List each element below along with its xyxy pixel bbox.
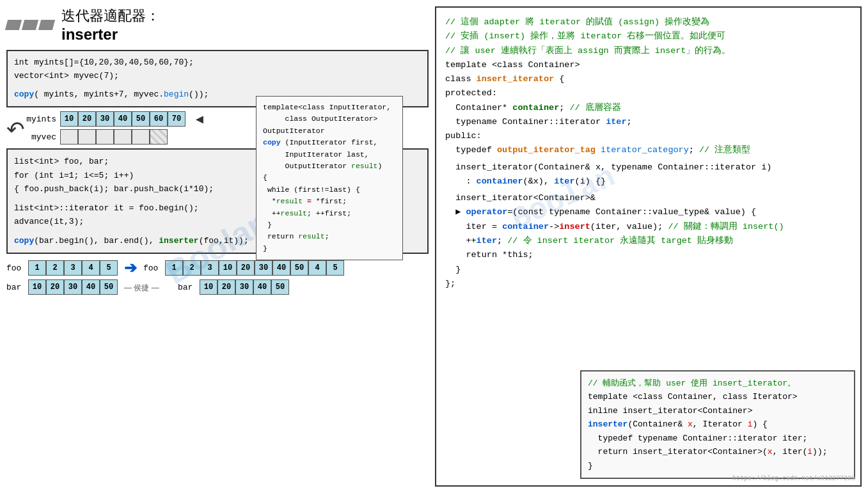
fa-9: 5 [326,260,344,276]
fa-2: 3 [201,260,219,276]
myvec-cell-2 [96,129,114,145]
popup-line9: *result = *first; [263,196,396,207]
header: 迭代器適配器： inserter [6,6,429,43]
myvec-cell-0 [60,129,78,145]
popup-line6: OutputIterator result) [263,160,396,172]
spacer1 [14,83,421,88]
icon-bar-2 [22,20,38,30]
rp-comment2: // 安插 (insert) 操作，並將 iterator 右移一個位置。如此便… [445,29,851,43]
jie-label: — 侯捷 — [124,281,175,293]
fb-0: 1 [28,260,46,276]
bar-after-label: bar [178,283,197,292]
bb-1: 20 [46,279,64,295]
myints-cell-0: 10 [60,111,78,127]
header-title-text: 迭代器適配器： [61,8,160,24]
right-arrow-icon: ◄ [193,112,206,127]
rp-ctor1: insert_iterator(Container& x, typename C… [445,160,851,175]
popup-line10: ++result; ++first; [263,208,396,219]
right-bottom-popup: // 輔助函式，幫助 user 使用 insert_iterator。 temp… [580,370,855,479]
fa-1: 2 [183,260,201,276]
fa-5: 30 [255,260,272,276]
foo-after-label: foo [143,263,162,273]
rpop-line1: template <class Container, class Iterato… [588,390,848,403]
rpop-line6: } [588,459,848,473]
bb-2: 30 [64,279,82,295]
myvec-cell-4 [132,129,150,145]
myvec-cell-1 [78,129,96,145]
left-panel: 迭代器適配器： inserter int myints[]={10,20,30,… [6,6,429,487]
myvec-label: myvec [24,132,56,142]
header-title: 迭代器適配器： inserter [61,6,160,43]
rpop-line5: return insert_iterator<Container>(x, ite… [588,445,848,458]
myints-cell-5: 60 [150,111,168,127]
bar-before-label: bar [6,283,26,292]
rp-ctor2: : container(&x), iter(i) {} [445,175,851,189]
bb-3: 40 [82,279,100,295]
bar-before-cells: 10 20 30 40 50 [28,279,118,295]
rp-template: template <class Container> [445,58,851,72]
myvec-cells [60,129,168,145]
rpop-line3: inserter(Container& x, Iterator i) { [588,418,848,431]
rp-public: public: [445,129,851,143]
fb-2: 3 [64,260,82,276]
popup-line5: InputIterator last, [263,149,396,160]
copy-popup: template<class InputIterator, class Outp… [256,96,403,260]
fb-4: 5 [100,260,118,276]
rp-return: return *this; [445,248,851,262]
popup-line1: template<class InputIterator, [263,102,396,113]
url-text: https://blog.csdn.net/u013277209 [732,474,855,485]
bottom-arrays: foo 1 2 3 4 5 ➔ foo 1 2 3 10 20 30 40 [6,259,429,295]
rp-comment1: // 這個 adapter 將 iterator 的賦值 (assign) 操作… [445,15,851,29]
rp-comment3: // 讓 user 連續執行「表面上 assign 而實際上 insert」的行… [445,44,851,58]
bb-0: 10 [28,279,46,295]
rpop-comment: // 輔助函式，幫助 user 使用 insert_iterator。 [588,377,848,390]
bb-4: 50 [100,279,118,295]
popup-line3: OutputIterator [263,125,396,137]
rpop-line4: typedef typename Container::iterator ite… [588,432,848,445]
rp-typedef: typedef output_iterator_tag iterator_cat… [445,143,851,157]
fb-3: 4 [82,260,100,276]
rp-close1: } [445,263,851,277]
rp-ref: insert_iterator<Container>& [445,191,851,205]
foo-before-cells: 1 2 3 4 5 [28,260,118,276]
foo-after-cells: 1 2 3 10 20 30 40 50 4 5 [165,260,344,276]
myints-cell-4: 50 [132,111,150,127]
rp-iter-assign: iter = container->insert(iter, value); /… [445,220,851,234]
myints-cell-1: 20 [78,111,96,127]
header-subtitle: inserter [61,26,160,43]
myints-label: myints [24,114,56,124]
fa-7: 50 [290,260,308,276]
fa-8: 4 [308,260,326,276]
myvec-cell-3 [114,129,132,145]
ba-3: 40 [253,279,271,295]
icon-bar-3 [38,20,55,30]
ba-2: 30 [235,279,253,295]
rp-op: ▶ operator=(const typename Container::va… [445,205,851,219]
main-container: 迭代器適配器： inserter int myints[]={10,20,30,… [0,0,868,493]
fa-0: 1 [165,260,183,276]
rp-protected: protected: [445,86,851,100]
rp-iter-inc: ++iter; // 令 insert iterator 永遠隨其 target… [445,234,851,248]
myints-cell-3: 40 [114,111,132,127]
popup-line12: return result; [263,231,396,242]
fa-3: 10 [219,260,237,276]
fb-1: 2 [46,260,64,276]
popup-line2: class OutputIterator> [263,113,396,125]
bar-after-cells: 10 20 30 40 50 [200,279,289,295]
rpop-line2: inline insert_iterator<Container> [588,404,848,418]
popup-line7: { [263,172,396,184]
bar-row: bar 10 20 30 40 50 — 侯捷 — bar 10 20 30 4… [6,279,429,295]
rp-container-decl: Container* container; // 底層容器 [445,101,851,115]
top-code-line1: int myints[]={10,20,30,40,50,60,70}; [14,56,421,70]
ba-4: 50 [271,279,289,295]
top-code-line2: vector<int> myvec(7); [14,70,421,83]
header-icon [6,20,54,30]
foo-before-row: foo 1 2 3 4 5 ➔ foo 1 2 3 10 20 30 40 [6,259,429,277]
popup-line13: } [263,243,396,254]
right-panel: // 這個 adapter 將 iterator 的賦值 (assign) 操作… [435,6,862,487]
popup-line4: copy (InputIterator first, [263,137,396,148]
icon-bar-1 [5,20,22,30]
myints-cell-2: 30 [96,111,114,127]
myints-cells: 10 20 30 40 50 60 70 [60,111,185,127]
ba-1: 20 [217,279,235,295]
